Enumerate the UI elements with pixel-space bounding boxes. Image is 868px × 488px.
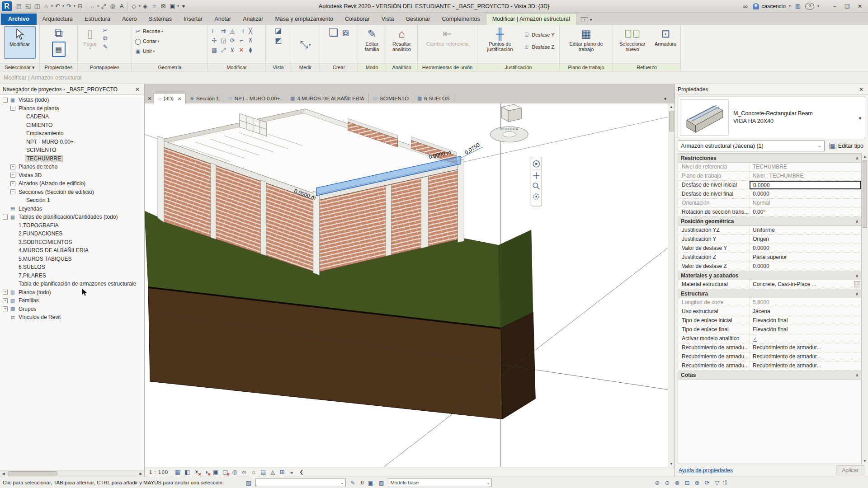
tag-icon[interactable]: ◎ (108, 1, 117, 11)
ribbon-tab-vista[interactable]: Vista (376, 14, 400, 25)
ribbon-tab-estructura[interactable]: Estructura (79, 14, 116, 25)
join-geometry-label[interactable]: Unir (143, 48, 152, 54)
rebar-button[interactable]: ⊡ Armadura (652, 26, 679, 47)
dimension-icon[interactable]: ⤢ (99, 1, 108, 11)
section-icon[interactable]: ◈ (141, 1, 150, 11)
revit-logo[interactable]: R (2, 1, 12, 11)
property-value[interactable]: 0.0000 (750, 244, 861, 253)
front-corner-column[interactable] (313, 191, 320, 275)
panel-label-seleccionar[interactable]: Seleccionar ▾ (0, 63, 39, 71)
property-value[interactable]: Recubrimiento de armadur... (750, 361, 861, 370)
search-icon[interactable]: ∞ (741, 1, 750, 11)
expand-icon[interactable]: + (10, 181, 15, 186)
crop-view-icon[interactable]: ▣ (211, 468, 220, 476)
panel-label-herramientas-union[interactable]: Herramientas de unión (418, 63, 477, 71)
justification-points-button[interactable]: ╫ Puntos de justificación (479, 26, 521, 52)
design-option-combo[interactable]: Modelo base ⌄ (388, 479, 492, 487)
section-collapse-icon[interactable]: ∧ (855, 156, 859, 160)
tree-item-secci-n-1[interactable]: Sección 1 (0, 196, 144, 205)
tree-item-cimiento[interactable]: CIMIENTO (0, 121, 144, 130)
properties-scrollbar[interactable]: ▲ ▼ (862, 153, 868, 464)
property-value[interactable]: 0.0000 (750, 190, 861, 198)
properties-windows-icon[interactable]: ⧉ (54, 26, 63, 40)
select-pinned-icon[interactable]: ⊗ (673, 479, 681, 486)
mirror-icon[interactable]: ◬ (228, 27, 236, 35)
expand-icon[interactable]: + (3, 306, 8, 311)
switch-windows-icon[interactable]: ▣ (168, 1, 177, 11)
hide-elements-icon[interactable]: ◪ (274, 26, 283, 34)
temporary-view-properties-icon[interactable]: ▤ (259, 468, 268, 476)
tree-item-techumbre[interactable]: TECHUMBRE (0, 155, 144, 163)
change-reference-button[interactable]: ⇤ Cambiar referencia (425, 26, 470, 47)
project-browser-close-icon[interactable]: ✕ (133, 86, 142, 93)
property-value[interactable]: Origen (750, 235, 861, 244)
panel-label-propiedades[interactable]: Propiedades (40, 63, 77, 71)
measure-between-icon[interactable]: ⤡ (300, 39, 308, 51)
viewport-scroll-thumb[interactable] (669, 111, 674, 131)
prop-scroll-thumb[interactable] (863, 160, 867, 228)
property-value[interactable]: ✓ (750, 334, 861, 343)
locked-3d-view-icon[interactable]: ◎ (230, 468, 239, 476)
default-3d-view-icon[interactable]: ◇ (129, 1, 138, 11)
edit-type-button[interactable]: ▦ Editar tipo (827, 142, 865, 150)
create-group-icon[interactable]: ❏ (329, 26, 339, 39)
tree-item-scimiento[interactable]: SCIMIENTO (0, 146, 144, 155)
section-collapse-icon[interactable]: ∧ (855, 373, 859, 377)
view-tab-npt-muro-0-00-[interactable]: ▭NPT - MURO 0.00+- (223, 93, 286, 103)
scroll-up-icon[interactable]: ▲ (668, 103, 675, 110)
edit-family-button[interactable]: ✎ Editar familia (360, 26, 384, 52)
section-header-cotas[interactable]: Cotas∧ (678, 371, 861, 380)
move-icon[interactable]: ✣ (210, 37, 218, 45)
extend-icon[interactable]: ⊣ (237, 27, 245, 35)
tree-item-4-muros-de-alba-ileria[interactable]: 4.MUROS DE ALBAÑILERIA (0, 246, 144, 255)
modify-button[interactable]: Modificar (4, 26, 36, 59)
panel-label-analitico[interactable]: Analítico (386, 63, 417, 71)
browse-material-icon[interactable]: … (854, 281, 860, 287)
right-wall-column-2[interactable] (421, 176, 428, 249)
tree-item-6-suelos[interactable]: 6.SUELOS (0, 263, 144, 272)
tree-item-1-topografia[interactable]: 1.TOPOGRAFIA (0, 221, 144, 230)
close-button[interactable]: ✕ (854, 1, 866, 11)
worksets-icon[interactable]: ▧ (245, 479, 253, 486)
copy-to-clipboard-icon[interactable]: ⧉ (101, 34, 109, 42)
workset-combo[interactable]: ⌄ (255, 479, 346, 487)
cut-geometry-label[interactable]: Recorte (143, 28, 160, 34)
signed-in-user[interactable]: cascencio (762, 3, 786, 9)
tree-item-5-muros-tabiques[interactable]: 5.MUROS TABIQUES (0, 255, 144, 263)
constraints-icon[interactable]: ⊞ (278, 468, 287, 476)
join-geometry-icon[interactable]: ◉ (134, 47, 142, 55)
ribbon-tab-analizar[interactable]: Analizar (237, 14, 269, 25)
ribbon-tab-anotar[interactable]: Anotar (208, 14, 237, 25)
ribbon-tab-sistemas[interactable]: Sistemas (143, 14, 178, 25)
expand-icon[interactable]: + (3, 298, 8, 303)
tree-item-vistas-3d[interactable]: +Vistas 3D (0, 171, 144, 180)
scroll-down-icon[interactable]: ▼ (668, 460, 675, 467)
section-collapse-icon[interactable]: ∧ (855, 273, 859, 278)
tree-item-alzados-alzado-de-edificio-[interactable]: +Alzados (Alzado de edificio) (0, 179, 144, 188)
section-header-estructura[interactable]: Estructura∧ (678, 289, 861, 298)
properties-help-link[interactable]: Ayuda de propiedades (679, 467, 733, 474)
cut-geometry-arrow-icon[interactable]: ▾ (161, 29, 163, 33)
undo-icon[interactable]: ↶ (53, 1, 62, 11)
ribbon-tab-archivo[interactable]: Archivo (1, 14, 37, 25)
array-icon[interactable]: ▦ (210, 46, 218, 54)
unhide-elements-icon[interactable]: ◩ (274, 36, 283, 44)
minimize-button[interactable]: − (828, 1, 841, 11)
section-collapse-icon[interactable]: ∧ (855, 291, 859, 296)
tree-item-planos-de-techo[interactable]: +Planos de techo (0, 163, 144, 171)
expand-icon[interactable]: + (3, 290, 8, 295)
right-wall-column-1[interactable] (386, 184, 392, 256)
collapse-icon[interactable]: − (10, 106, 15, 111)
viewport-vertical-scrollbar[interactable]: ▲ ▼ (668, 103, 675, 467)
ribbon-minimize-arrow-icon[interactable]: ▾ (590, 17, 592, 22)
panel-label-medir[interactable]: Medir (291, 63, 320, 71)
cut-geometry-icon[interactable]: ✂ (134, 27, 142, 35)
align-icon[interactable]: ⊢ (210, 27, 218, 35)
property-value[interactable]: Jácena (750, 307, 861, 316)
reveal-hidden-elements-icon[interactable]: ☼ (249, 468, 258, 476)
text-icon[interactable]: A (117, 1, 126, 11)
tree-item-leyendas[interactable]: ▤Leyendas (0, 205, 144, 213)
view-tab-overflow-icon[interactable]: ▼ (663, 97, 667, 103)
customize-quick-access-icon[interactable]: ▾ (179, 1, 188, 11)
section-header-restricciones[interactable]: Restricciones∧ (678, 154, 861, 163)
